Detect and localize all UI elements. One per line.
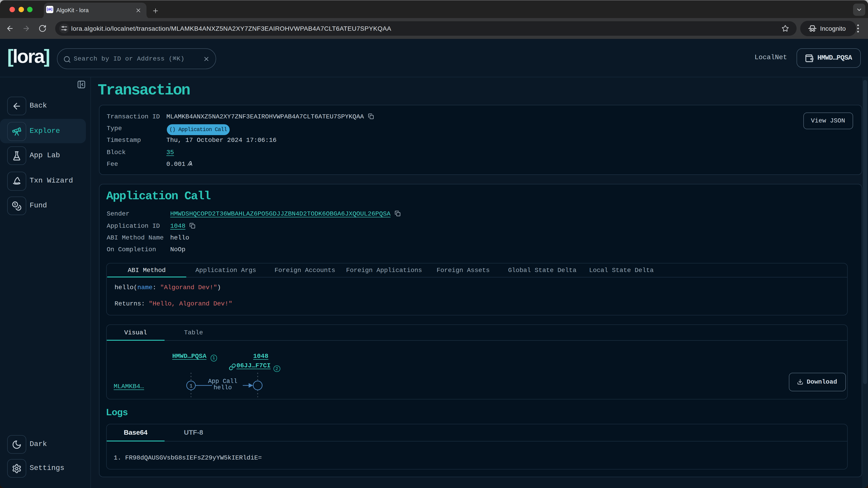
svg-text:1: 1	[190, 383, 193, 389]
svg-text:App Call: App Call	[208, 378, 238, 385]
svg-text:hello: hello	[214, 384, 232, 391]
